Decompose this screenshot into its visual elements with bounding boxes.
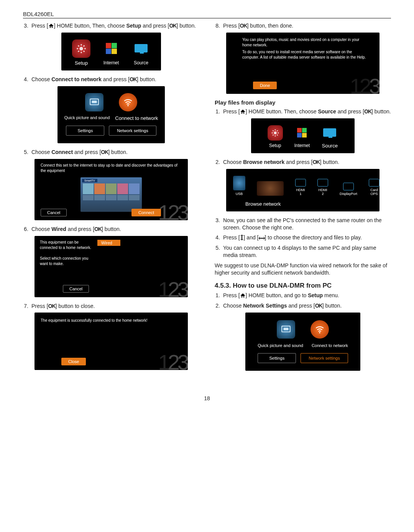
- tile-source: Source: [321, 125, 338, 149]
- src-browse-thumb: [257, 181, 284, 196]
- wired-option: Wired: [97, 240, 120, 246]
- connect-button: Connect: [131, 209, 161, 216]
- close-button: Close: [61, 358, 86, 365]
- label-qps: Quick picture and sound: [258, 343, 303, 348]
- ok-icon: OK: [48, 303, 56, 309]
- tile-qps: [277, 320, 295, 339]
- tile-ctn: [310, 320, 329, 339]
- section-4-5-3: 4.5.3. How to use DLNA-DMR from PC: [215, 282, 391, 290]
- done-button: Done: [253, 82, 277, 89]
- ok-icon: OK: [312, 159, 320, 165]
- tile-qps: [85, 93, 104, 111]
- svg-point-0: [79, 47, 83, 50]
- network-settings-button: Network settings: [301, 353, 348, 363]
- ok-icon: OK: [101, 149, 108, 155]
- screenshot-source-menu: Setup Internet Source: [251, 118, 355, 153]
- browse-network-label: Browse network: [226, 200, 380, 211]
- step-8: 8. Press [OK] button, then done.: [215, 22, 391, 29]
- screenshot-network-settings: Quick picture and sound Connect to netwo…: [245, 313, 360, 371]
- ok-icon: OK: [169, 23, 176, 29]
- ok-icon: OK: [240, 23, 247, 29]
- src-dp: DisplayPort: [340, 183, 357, 196]
- src-usb: USB: [233, 176, 245, 196]
- r-step-4: 4.Press [] and [] to choose the director…: [215, 234, 391, 241]
- cancel-button: Cancel: [41, 209, 67, 216]
- network-settings-button: Network settings: [109, 126, 156, 136]
- ok-icon: OK: [94, 226, 102, 232]
- step-indicator-icon: 123: [158, 352, 187, 370]
- src-hdmi1: HDMI 1: [295, 179, 306, 196]
- step-7: 7. Press [OK] button to close.: [23, 303, 199, 310]
- gear-icon: [76, 43, 87, 54]
- screenshot-done: You can play photos, music and movies st…: [226, 33, 380, 94]
- step-indicator-icon: 123: [158, 202, 187, 220]
- tile-setup: Setup: [72, 39, 90, 66]
- screenshot-setup-menu: Setup Internet Source: [61, 33, 161, 70]
- svg-point-9: [319, 332, 320, 333]
- tile-source: Source: [132, 39, 150, 65]
- ok-icon: OK: [130, 76, 137, 82]
- svg-rect-8: [284, 327, 289, 330]
- screenshot-connect-network: Quick picture and sound Connect to netwo…: [58, 86, 165, 143]
- success-msg: The equipment is successfully connected …: [34, 313, 188, 329]
- step-6: 6. Choose Wired and press [OK] button.: [23, 226, 199, 233]
- svg-point-3: [127, 105, 128, 106]
- r-step-3: 3.Now, you can see all the PC's connecte…: [215, 217, 391, 231]
- home-icon: [48, 23, 54, 28]
- r-step-5: 5.You can connect up to 4 displays to th…: [215, 244, 391, 259]
- settings-button: Settings: [258, 353, 296, 363]
- screenshot-browse-network: USB HDMI 1 HDMI 2 DisplayPort Card OPS B…: [226, 169, 380, 211]
- page-number: 18: [23, 395, 391, 401]
- wifi-icon: [123, 97, 133, 107]
- gear-icon: [271, 129, 279, 137]
- step-4: 4. Choose Connect to network and press […: [23, 76, 199, 83]
- label-ctn: Connect to network: [115, 115, 158, 121]
- svg-rect-2: [92, 100, 97, 103]
- ok-icon: OK: [364, 108, 371, 115]
- r-step-2: 2. Choose Browse network and press [OK] …: [215, 159, 391, 166]
- picture-icon: [89, 97, 99, 107]
- cancel-button: Cancel: [63, 285, 89, 293]
- tile-setup: Setup: [268, 125, 283, 148]
- label-qps: Quick picture and sound: [64, 115, 110, 121]
- svg-point-4: [274, 131, 276, 134]
- tile-internet: Internet: [294, 125, 310, 148]
- svg-rect-6: [259, 238, 265, 239]
- nav-vert-icon: [240, 235, 244, 240]
- tile-ctn: [119, 93, 137, 111]
- ok-icon: OK: [315, 303, 322, 309]
- screenshot-connect: Connect this set to the internet to stay…: [34, 159, 188, 220]
- dlna-note: We suggest to use DLNA-DMP function via …: [215, 262, 391, 277]
- nav-horiz-icon: [259, 236, 265, 240]
- home-icon: [240, 293, 246, 298]
- banner-text: Connect this set to the internet to stay…: [34, 159, 188, 177]
- step-5: 5. Choose Connect and press [OK] button.: [23, 149, 199, 156]
- screenshot-wired: This equipment can be connected to a hom…: [34, 236, 188, 297]
- src-hdmi2: HDMI 2: [317, 179, 328, 196]
- home-icon: [240, 109, 246, 114]
- label-ctn: Connect to network: [312, 343, 348, 348]
- tile-internet: Internet: [102, 39, 120, 65]
- settings-button: Settings: [66, 126, 104, 136]
- picture-icon: [281, 324, 291, 334]
- d-step-2: 2. Choose Network Settings and press [OK…: [215, 302, 391, 309]
- step-indicator-icon: 123: [350, 75, 379, 94]
- step-3: 3. Press [] HOME button, Then, choose Se…: [23, 22, 199, 29]
- src-cardops: Card OPS: [369, 179, 380, 196]
- subheading-play-files: Play files from display: [215, 99, 391, 106]
- page-header: BDL4260EL: [23, 11, 391, 18]
- d-step-1: 1. Press [] HOME button, and go to Setup…: [215, 292, 391, 299]
- svg-rect-5: [242, 235, 242, 240]
- step-indicator-icon: 123: [158, 279, 187, 297]
- wifi-icon: [315, 324, 325, 334]
- r-step-1: 1. Press [] HOME button. Then, choose So…: [215, 108, 391, 115]
- screenshot-close: The equipment is successfully connected …: [34, 313, 188, 370]
